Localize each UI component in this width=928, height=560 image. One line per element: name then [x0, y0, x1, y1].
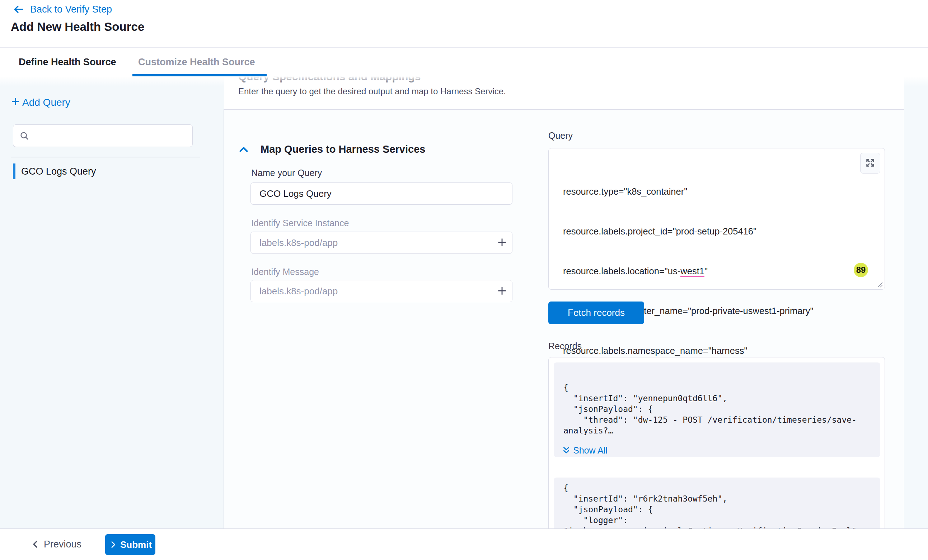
search-input[interactable] [34, 131, 186, 141]
query-line: resource.labels.namespace_name="harness" [563, 344, 856, 358]
identify-service-instance-label: Identify Service Instance [251, 218, 349, 228]
selected-indicator-bar [13, 163, 15, 179]
query-line: resource.labels.project_id="prod-setup-2… [563, 225, 856, 238]
identify-message-input[interactable] [251, 286, 492, 297]
previous-button[interactable]: Previous [31, 534, 81, 555]
spellcheck-underline: west1 [681, 266, 704, 277]
service-instance-field [250, 231, 513, 254]
wizard-footer: Previous Submit [0, 528, 928, 560]
previous-label: Previous [44, 539, 81, 550]
query-line: resource.labels.location="us-west1" [563, 265, 856, 278]
collapse-section-button[interactable] [238, 144, 250, 156]
add-query-label: Add Query [22, 97, 70, 108]
record-item: { "insertId": "r6rk2tnah3owf5eh", "jsonP… [554, 478, 880, 528]
fetch-records-button[interactable]: Fetch records [548, 301, 644, 324]
plus-icon [10, 96, 21, 110]
tab-define-health-source[interactable]: Define Health Source [19, 48, 116, 76]
section-subheading: Enter the query to get the desired outpu… [238, 87, 506, 96]
record-json: { "insertId": "yennepun0qtd6ll6", "jsonP… [554, 362, 880, 436]
back-link-label: Back to Verify Step [30, 4, 112, 15]
arrow-left-icon [13, 4, 24, 15]
record-json: { "insertId": "r6rk2tnah3owf5eh", "jsonP… [554, 478, 880, 528]
plus-icon [496, 285, 508, 298]
identify-message-label: Identify Message [251, 267, 319, 277]
query-sidebar: Add Query GCO Logs Query [0, 76, 224, 528]
sidebar-item-gco-logs-query[interactable]: GCO Logs Query [0, 163, 201, 179]
records-container: { "insertId": "yennepun0qtd6ll6", "jsonP… [548, 357, 885, 528]
show-all-label: Show All [573, 445, 607, 456]
page-header: Back to Verify Step Add New Health Sourc… [0, 0, 928, 48]
identify-message-add-button[interactable] [492, 281, 512, 301]
query-editor[interactable]: resource.type="k8s_container" resource.l… [548, 148, 885, 290]
chevron-up-icon [238, 151, 249, 156]
wizard-tabbar: Define Health Source Customize Health So… [0, 48, 928, 76]
plus-icon [496, 236, 508, 250]
service-instance-add-button[interactable] [492, 233, 512, 253]
records-label: Records [548, 341, 582, 352]
tab-customize-health-source[interactable]: Customize Health Source [138, 48, 255, 76]
add-query-button[interactable]: Add Query [10, 96, 70, 110]
active-tab-indicator [133, 74, 267, 76]
back-to-verify-step-link[interactable]: Back to Verify Step [13, 3, 112, 16]
show-all-button[interactable]: Show All [562, 445, 607, 456]
query-line: resource.type="k8s_container" [563, 185, 856, 198]
record-item: { "insertId": "yennepun0qtd6ll6", "jsonP… [554, 362, 880, 457]
expand-query-button[interactable] [860, 153, 880, 173]
submit-button[interactable]: Submit [105, 534, 156, 555]
fullscreen-icon [865, 157, 876, 169]
submit-label: Submit [120, 539, 152, 550]
map-queries-heading: Map Queries to Harness Services [261, 143, 425, 155]
chevron-left-icon [31, 540, 40, 549]
query-item-label: GCO Logs Query [21, 166, 96, 177]
query-mapping-panel: Map Queries to Harness Services Name you… [224, 110, 904, 528]
section-header: Query Specifications and Mappings Enter … [224, 76, 904, 110]
query-search-box [13, 125, 193, 147]
resize-handle[interactable] [877, 282, 883, 288]
char-count-badge: 89 [854, 263, 868, 277]
double-chevron-down-icon [562, 446, 570, 455]
search-icon [19, 131, 30, 141]
chevron-right-icon [109, 540, 118, 549]
query-label: Query [548, 131, 573, 141]
query-name-input[interactable] [250, 183, 513, 205]
service-instance-input[interactable] [251, 237, 492, 248]
identify-message-field [250, 280, 513, 302]
page-title: Add New Health Source [11, 20, 144, 34]
sidebar-divider [11, 157, 200, 157]
name-query-label: Name your Query [251, 168, 322, 178]
